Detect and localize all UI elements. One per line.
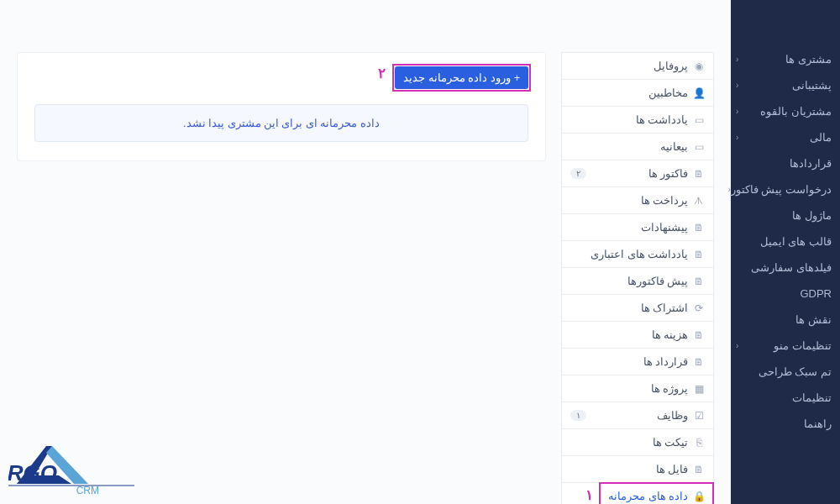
tab-item[interactable]: 👤مخاطبین <box>561 79 714 106</box>
tab-item[interactable]: 🔒داده های محرمانه۱ <box>561 482 714 504</box>
tab-label: تیکت ها <box>653 436 688 449</box>
sidebar-item-label: تنظیمات <box>792 391 832 404</box>
tab-label: وظایف <box>657 409 688 422</box>
tab-label: هزینه ها <box>652 328 688 341</box>
svg-text:CRM: CRM <box>76 485 99 496</box>
sidebar-item-label: قراردادها <box>790 157 832 170</box>
file-icon: 🗎 <box>693 276 705 287</box>
chevron-left-icon: ‹ <box>736 81 738 90</box>
tab-item[interactable]: 🗎قرارداد ها <box>561 348 714 375</box>
sidebar-item-label: ماژول ها <box>792 209 832 222</box>
tab-item[interactable]: 🗎پیشنهادات <box>561 213 714 240</box>
grid-icon: ▦ <box>693 383 705 395</box>
tab-label: اشتراک ها <box>641 302 688 314</box>
chevron-left-icon: ‹ <box>736 341 738 350</box>
sidebar-item[interactable]: قراردادها <box>731 150 840 176</box>
tab-item[interactable]: ▭بیعانیه <box>561 133 714 160</box>
tab-item[interactable]: ⟳اشتراک ها <box>561 294 714 321</box>
sidebar-item[interactable]: درخواست پیش فاکتور‹ <box>731 176 840 202</box>
refresh-icon: ⟳ <box>693 302 705 314</box>
tab-item[interactable]: ▦پروژه ها <box>561 375 714 402</box>
tab-label: بیعانیه <box>660 140 688 153</box>
tab-label: یادداشت های اعتباری <box>591 248 688 260</box>
tab-item[interactable]: 🗎هزینه ها <box>561 321 714 348</box>
file-icon: 🗎 <box>693 464 705 475</box>
file-icon: 🗎 <box>693 222 705 234</box>
sidebar-item-label: تنظیمات منو <box>774 339 832 352</box>
tab-item[interactable]: ▭یادداشت ها <box>561 106 714 133</box>
customer-tabs: ◉پروفایل👤مخاطبین▭یادداشت ها▭بیعانیه🗎فاکت… <box>561 52 714 504</box>
tab-label: پیش فاکتورها <box>627 275 688 287</box>
tab-label: پروژه ها <box>651 382 688 395</box>
file-icon: 🗎 <box>693 168 705 180</box>
tab-item[interactable]: ⎘تیکت ها <box>561 428 714 455</box>
tab-item[interactable]: ⩚پرداخت ها <box>561 186 714 213</box>
sidebar-item-label: نقش ها <box>795 313 832 326</box>
ticket-icon: ⎘ <box>693 437 705 449</box>
main-sidebar: مشتری ها‹پشتیبانی‹مشتریان بالقوه‹مالی‹قر… <box>731 0 840 504</box>
sidebar-item[interactable]: تم سبک طراحی <box>731 359 840 385</box>
tab-label: فایل ها <box>656 463 688 475</box>
note-icon: ▭ <box>693 114 705 126</box>
users-icon: 👤 <box>693 87 705 99</box>
chevron-left-icon: ‹ <box>736 107 738 116</box>
plus-icon: + <box>514 72 520 84</box>
doc-icon: ▭ <box>693 141 705 153</box>
tutorial-marker-2: ۲ <box>378 65 386 82</box>
new-vault-entry-label: ورود داده محرمانه جدید <box>403 71 510 84</box>
tab-item[interactable]: ◉پروفایل <box>561 52 714 79</box>
sidebar-item-label: فیلدهای سفارشی <box>751 261 832 274</box>
sidebar-item[interactable]: GDPR <box>731 281 840 307</box>
lock-icon: 🔒 <box>693 491 705 502</box>
svg-text:RGO: RGO <box>8 460 57 486</box>
sidebar-item-label: مالی <box>810 131 832 144</box>
count-badge: ۱ <box>570 410 586 421</box>
sidebar-item-label: درخواست پیش فاکتور <box>731 183 832 196</box>
file-icon: 🗎 <box>693 249 705 260</box>
check-icon: ☑ <box>693 410 705 422</box>
sidebar-item[interactable]: مالی‹ <box>731 124 840 150</box>
sidebar-item[interactable]: نقش ها <box>731 307 840 333</box>
chevron-left-icon: ‹ <box>736 55 738 64</box>
sidebar-item-label: مشتری ها <box>785 53 832 66</box>
sidebar-item-label: مشتریان بالقوه <box>760 105 832 118</box>
sidebar-item[interactable]: راهنما <box>731 411 840 437</box>
sidebar-item[interactable]: ماژول ها <box>731 202 840 228</box>
sidebar-item-label: پشتیبانی <box>792 79 832 92</box>
argo-logo-icon: RGO CRM <box>8 442 134 501</box>
chart-icon: ⩚ <box>693 195 705 207</box>
sidebar-item[interactable]: فیلدهای سفارشی <box>731 255 840 281</box>
sidebar-item[interactable]: تنظیمات <box>731 385 840 411</box>
sidebar-item[interactable]: مشتری ها‹ <box>731 46 840 72</box>
sidebar-item-label: راهنما <box>804 417 832 430</box>
brand-logo: RGO CRM <box>8 442 134 501</box>
count-badge: ۲ <box>570 168 586 179</box>
vault-card: + ورود داده محرمانه جدید ۲ داده محرمانه … <box>17 52 546 161</box>
tab-label: فاکتور ها <box>648 167 688 180</box>
sidebar-item[interactable]: مشتریان بالقوه‹ <box>731 98 840 124</box>
sidebar-item[interactable]: تنظیمات منو‹ <box>731 333 840 359</box>
sidebar-item[interactable]: پشتیبانی‹ <box>731 72 840 98</box>
tab-item[interactable]: 🗎فایل ها <box>561 455 714 482</box>
sidebar-item-label: تم سبک طراحی <box>759 365 832 378</box>
tab-label: مخاطبین <box>648 87 688 99</box>
tab-label: قرارداد ها <box>643 355 688 368</box>
tab-item[interactable]: 🗎پیش فاکتورها <box>561 267 714 294</box>
tutorial-marker-1: ۱ <box>585 486 593 504</box>
new-vault-entry-button[interactable]: + ورود داده محرمانه جدید <box>395 66 528 89</box>
tab-item[interactable]: 🗎یادداشت های اعتباری <box>561 240 714 267</box>
file-icon: 🗎 <box>693 329 705 341</box>
file-icon: 🗎 <box>693 356 705 368</box>
tab-label: پرداخت ها <box>641 194 688 207</box>
chevron-left-icon: ‹ <box>736 133 738 142</box>
tab-label: داده های محرمانه <box>608 490 688 502</box>
tab-item[interactable]: 🗎فاکتور ها۲ <box>561 160 714 186</box>
user-circle-icon: ◉ <box>693 60 705 72</box>
tab-item[interactable]: ☑وظایف۱ <box>561 402 714 428</box>
sidebar-item-label: قالب های ایمیل <box>760 235 832 248</box>
tab-label: پیشنهادات <box>641 221 688 234</box>
sidebar-item-label: GDPR <box>800 287 832 300</box>
tab-label: پروفایل <box>654 60 688 72</box>
sidebar-item[interactable]: قالب های ایمیل <box>731 228 840 255</box>
empty-vault-alert: داده محرمانه ای برای این مشتری پیدا نشد. <box>34 104 528 142</box>
